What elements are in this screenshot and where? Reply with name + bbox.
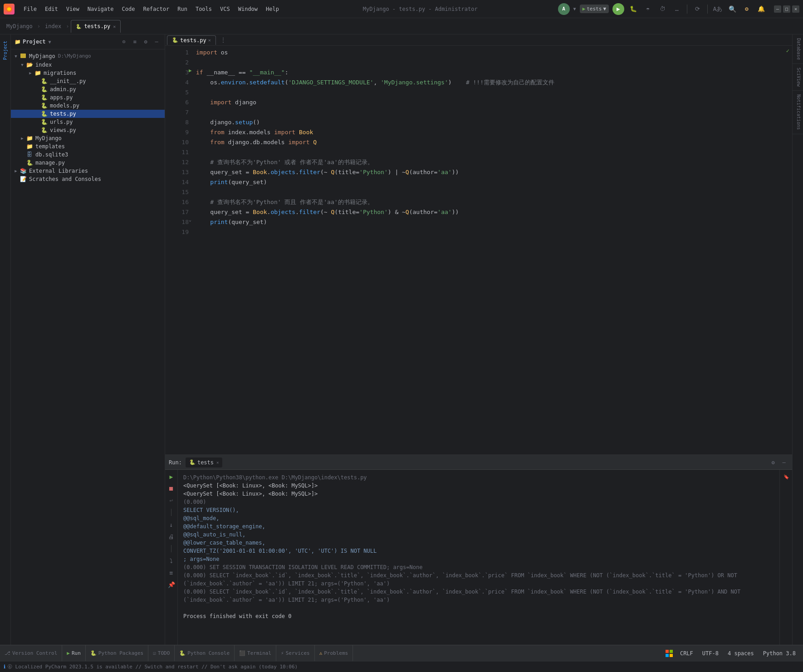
tree-item-migrations[interactable]: ▶ 📁 migrations (11, 69, 165, 77)
stop-button[interactable]: ⏹ (166, 483, 176, 493)
sciview-vtab[interactable]: SciView (793, 64, 803, 91)
tree-item-mydjango[interactable]: ▼ MyDjango D:\MyDjango (11, 51, 165, 61)
python-packages-tab[interactable]: 🐍 Python Packages (86, 645, 148, 661)
rerun-button[interactable]: ▶ (166, 472, 176, 482)
expand-all-button[interactable]: ≡ (130, 37, 139, 46)
line-ending-indicator[interactable]: CRLF (678, 649, 695, 657)
bottom-tabs-bar: ⎇ Version Control ▶ Run 🐍 Python Package… (0, 645, 803, 661)
tree-label-tests: tests.py (50, 111, 76, 117)
tree-item-templates[interactable]: 📁 templates (11, 142, 165, 151)
settings-button[interactable]: ⚙ (741, 4, 752, 15)
filter-output-button[interactable]: ≡ (166, 568, 176, 578)
debug-button[interactable]: 🐛 (628, 4, 639, 15)
indent-indicator[interactable]: 4 spaces (726, 649, 756, 657)
maximize-button[interactable]: □ (783, 5, 790, 13)
tree-item-apps[interactable]: 🐍 apps.py (11, 93, 165, 102)
sidebar-dropdown-icon[interactable]: ▼ (49, 39, 51, 44)
breadcrumb-mydjango[interactable]: MyDjango (4, 21, 35, 31)
run-status-tab[interactable]: ▶ Run (62, 645, 86, 661)
python-console-tab[interactable]: 🐍 Python Console (175, 645, 235, 661)
menu-view[interactable]: View (63, 4, 83, 14)
pin-tab-button[interactable]: 📌 (166, 579, 176, 589)
info-bar: ℹ 🛈 Localized PyCharm 2023.1.5 is availa… (0, 661, 803, 672)
menu-vcs[interactable]: VCS (216, 4, 234, 14)
run-tab-tests[interactable]: 🐍 tests ✕ (186, 458, 223, 467)
sidebar-close[interactable]: — (152, 37, 161, 46)
run-right-btn-1[interactable]: 🔖 (781, 472, 791, 482)
menu-navigate[interactable]: Navigate (84, 4, 118, 14)
menu-run[interactable]: Run (174, 4, 191, 14)
tree-item-manage[interactable]: 🐍 manage.py (11, 159, 165, 167)
tree-item-init[interactable]: 🐍 __init__.py (11, 77, 165, 85)
services-tab[interactable]: ⚡ Services (276, 645, 315, 661)
code-line-3: if __name__ == "__main__": (192, 68, 792, 78)
tree-item-urls[interactable]: 🐍 urls.py (11, 118, 165, 126)
code-content[interactable]: import os if __name__ == "__main__": os.… (192, 46, 792, 454)
breadcrumb-index[interactable]: index (42, 21, 64, 31)
tree-item-scratches[interactable]: 📝 Scratches and Consoles (11, 175, 165, 183)
translate-button[interactable]: Aあ (712, 4, 723, 15)
run-gutter-marker[interactable]: ▶ (189, 68, 192, 73)
notifications-button[interactable]: 🔔 (756, 4, 767, 15)
todo-tab[interactable]: ☑ TODO (148, 645, 175, 661)
vcs-button[interactable]: ⟳ (692, 4, 703, 15)
code-editor[interactable]: 1 2 3 4 5 6 7 8 9 10 11 12 13 14 (165, 46, 792, 454)
run-config-selector[interactable]: ▶ tests ▼ (580, 5, 609, 13)
python-version-indicator[interactable]: Python 3.8 (761, 649, 798, 657)
python-version-text: Python 3.8 (763, 650, 796, 657)
menu-code[interactable]: Code (118, 4, 139, 14)
problems-tab[interactable]: ⚠ Problems (315, 645, 353, 661)
sidebar-settings[interactable]: ⚙ (141, 37, 150, 46)
fold-marker[interactable]: ⌄ (189, 217, 191, 222)
editor-tab-close[interactable]: ✕ (208, 38, 211, 43)
code-line-14: print(query_set) (192, 177, 792, 187)
minimize-button[interactable]: — (774, 5, 781, 13)
tree-item-index[interactable]: ▼ 📂 index (11, 61, 165, 69)
todo-icon: ☑ (153, 650, 156, 656)
encoding-indicator[interactable]: UTF-8 (700, 649, 720, 657)
more-run-button[interactable]: … (671, 4, 682, 15)
tree-item-tests[interactable]: 🐍 tests.py (11, 110, 165, 118)
profile-button[interactable]: ⏱ (657, 4, 668, 15)
avatar-dropdown[interactable]: ▼ (573, 6, 576, 11)
run-panel-settings[interactable]: ⚙ (769, 458, 778, 467)
run-config-arrow: ▼ (603, 6, 606, 12)
tree-item-ext-libs[interactable]: ▶ 📚 External Libraries (11, 167, 165, 175)
more-tabs-button[interactable]: ⋮ (218, 34, 229, 45)
version-control-tab[interactable]: ⎇ Version Control (0, 645, 62, 661)
tree-item-models[interactable]: 🐍 models.py (11, 102, 165, 110)
tree-item-views[interactable]: 🐍 views.py (11, 126, 165, 134)
close-button[interactable]: ✕ (792, 5, 799, 13)
sidebar-actions: ⊙ ≡ ⚙ — (119, 37, 161, 46)
print-button[interactable]: 🖨 (166, 531, 176, 541)
run-button[interactable]: ▶ (612, 3, 624, 15)
menu-window[interactable]: Window (235, 4, 261, 14)
tree-item-admin[interactable]: 🐍 admin.py (11, 85, 165, 93)
soft-wrap-button[interactable]: ⤵ (166, 556, 176, 566)
run-output-path: D:\Python\Python38\python.exe D:\MyDjang… (183, 473, 774, 482)
notifications-vtab[interactable]: Notifications (793, 91, 803, 134)
file-tab-tests-py[interactable]: 🐍 tests.py ✕ (71, 20, 121, 33)
encoding-text: UTF-8 (702, 650, 719, 657)
run-tab-close[interactable]: ✕ (216, 460, 219, 465)
database-vtab[interactable]: Database (793, 34, 803, 64)
menu-tools[interactable]: Tools (192, 4, 215, 14)
collapse-all-button[interactable]: ⊙ (119, 37, 128, 46)
project-vtab[interactable]: Project (1, 38, 9, 63)
menu-refactor[interactable]: Refactor (139, 4, 173, 14)
run-panel-minimize[interactable]: — (779, 458, 788, 467)
tree-item-db[interactable]: 🗄 db.sqlite3 (11, 151, 165, 159)
user-avatar[interactable]: A (558, 3, 570, 15)
coverage-button[interactable]: ☂ (642, 4, 653, 15)
scroll-to-end-button[interactable]: ↓ (166, 520, 176, 530)
restore-layout-button: ↩ (166, 495, 176, 505)
menu-help[interactable]: Help (262, 4, 283, 14)
file-tab-close[interactable]: ✕ (113, 24, 116, 29)
editor-tab-tests-py[interactable]: 🐍 tests.py ✕ (167, 35, 216, 45)
menu-file[interactable]: File (20, 4, 40, 14)
terminal-tab[interactable]: ⬛ Terminal (235, 645, 276, 661)
tree-item-mydjango-pkg[interactable]: ▶ 📁 MyDjango (11, 134, 165, 142)
search-button[interactable]: 🔍 (727, 4, 738, 15)
tree-arrow-mydjango-pkg: ▶ (19, 136, 25, 141)
menu-edit[interactable]: Edit (41, 4, 62, 14)
